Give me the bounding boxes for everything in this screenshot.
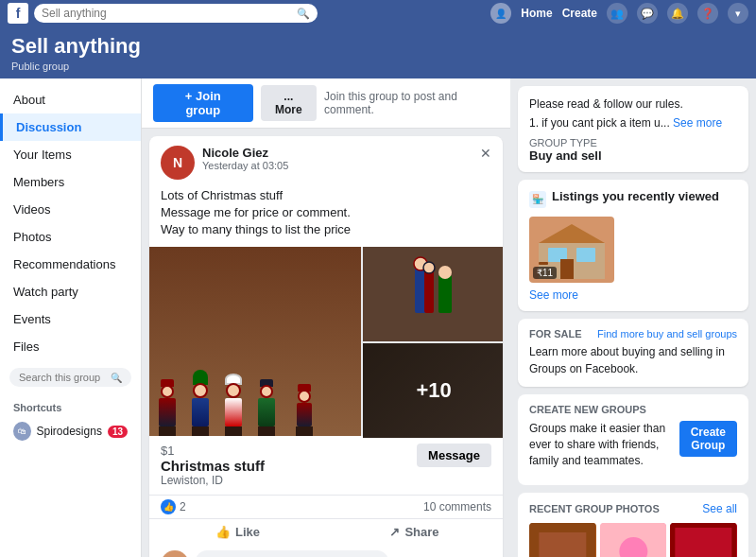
post-image-bottom-right[interactable]: +10 — [363, 343, 503, 438]
top-right-scene — [363, 247, 503, 341]
group-action-bar: + Join group ... More Join this group to… — [142, 78, 510, 129]
post-author-avatar[interactable]: N — [161, 146, 195, 180]
more-options-button[interactable]: ... More — [261, 85, 317, 121]
post-author-name[interactable]: Nicole Giez — [202, 146, 288, 160]
nav-create-link[interactable]: Create — [562, 7, 597, 20]
nutcracker-figure-5 — [296, 384, 313, 436]
recent-photos-header: RECENT GROUP PHOTOS See all — [529, 502, 737, 515]
more-photos-overlay[interactable]: +10 — [363, 343, 503, 438]
nutcracker-scene-bg — [149, 247, 361, 436]
svg-rect-9 — [576, 248, 595, 262]
create-group-title: CREATE NEW GROUPS — [529, 404, 737, 415]
sidebar-item-photos[interactable]: Photos — [0, 223, 141, 251]
comment-item-0: K Kim Reed Are these fairy houses? Like … — [149, 545, 503, 557]
comment-count[interactable]: 10 comments — [423, 500, 491, 513]
your-items-label: Your Items — [13, 148, 72, 162]
recent-photo-1[interactable] — [529, 523, 596, 557]
product-price: $1 — [161, 444, 265, 458]
for-sale-card: FOR SALE Find more buy and sell groups L… — [518, 319, 748, 387]
share-icon: ↗ — [389, 525, 400, 539]
buying-selling-info: Learn more about buying and selling in G… — [529, 343, 737, 377]
listings-see-more-link[interactable]: See more — [529, 288, 737, 302]
main-layout: About Discussion Your Items Members Vide… — [0, 78, 756, 557]
avatar-img: 👤 — [495, 9, 507, 19]
listings-thumbs: ₹11 — [529, 217, 737, 283]
photos-grid — [529, 523, 737, 557]
listings-card: 🏪 Listings you recently viewed ₹11 — [518, 180, 748, 311]
join-group-button[interactable]: + Join group — [153, 84, 253, 122]
post-close-icon[interactable]: ✕ — [480, 146, 491, 161]
page-title: Sell anything — [11, 34, 745, 59]
sidebar-item-files[interactable]: Files — [0, 333, 141, 360]
post-timestamp: Yesterday at 03:05 — [202, 160, 288, 171]
create-group-body: Groups make it easier than ever to share… — [529, 421, 737, 476]
like-button-label: Like — [235, 525, 260, 539]
message-seller-button[interactable]: Message — [417, 444, 491, 467]
photo3-svg — [670, 523, 737, 557]
chevron-down-icon[interactable]: ▾ — [728, 3, 748, 24]
post-text-line1: Lots of Christmas stuff — [161, 187, 491, 204]
sidebar-search-input[interactable] — [19, 372, 111, 383]
members-label: Members — [13, 175, 64, 189]
rule-text: 1. if you cant pick a item u... — [529, 116, 670, 130]
global-search-input[interactable] — [42, 7, 297, 20]
friends-icon[interactable]: 👥 — [607, 3, 627, 24]
create-group-button[interactable]: Create Group — [679, 421, 737, 457]
help-icon[interactable]: ❓ — [697, 3, 718, 24]
product-details: $1 Christmas stuff Lewiston, ID — [161, 444, 265, 487]
find-more-groups-link[interactable]: Find more buy and sell groups — [597, 328, 737, 339]
product-info-section: $1 Christmas stuff Lewiston, ID Message — [149, 436, 503, 495]
nutcracker-figure-2 — [192, 370, 209, 436]
for-sale-header: FOR SALE Find more buy and sell groups — [529, 328, 737, 339]
sidebar-item-watch-party[interactable]: Watch party — [0, 278, 141, 305]
nav-home-link[interactable]: Home — [521, 7, 552, 20]
post-text-line3: Way to many things to list the price — [161, 221, 491, 238]
sidebar-item-videos[interactable]: Videos — [0, 196, 141, 223]
about-label: About — [13, 93, 45, 107]
like-icon: 👍 — [161, 499, 176, 514]
recommendations-label: Recommendations — [13, 257, 115, 271]
photo2-svg — [600, 523, 667, 557]
recent-photos-card: RECENT GROUP PHOTOS See all — [518, 493, 748, 557]
sidebar-item-about[interactable]: About — [0, 86, 141, 113]
global-search-bar[interactable]: 🔍 — [34, 4, 318, 23]
center-feed: + Join group ... More Join this group to… — [142, 78, 510, 557]
recent-photo-2[interactable] — [600, 523, 667, 557]
like-button[interactable]: 👍 Like — [149, 519, 326, 545]
listing-thumbnail-house[interactable]: ₹11 — [529, 217, 614, 283]
search-icon: 🔍 — [297, 8, 310, 20]
sidebar-search-bar[interactable]: 🔍 — [9, 368, 131, 387]
rules-see-more-link[interactable]: See more — [673, 116, 722, 130]
sidebar-item-members[interactable]: Members — [0, 168, 141, 196]
videos-label: Videos — [13, 202, 51, 217]
facebook-logo: f — [8, 3, 28, 24]
post-text-body: Lots of Christmas stuff Message me for p… — [149, 185, 503, 247]
group-type-section: GROUP TYPE Buy and sell — [529, 137, 737, 163]
user-avatar[interactable]: 👤 — [490, 3, 511, 24]
nutcracker-figure-3 — [225, 374, 242, 436]
messenger-icon[interactable]: 💬 — [637, 3, 658, 24]
like-count-section: 👍 2 — [161, 499, 186, 514]
top-navigation: f 🔍 👤 Home Create 👥 💬 🔔 ❓ ▾ — [0, 0, 756, 26]
sidebar-search-icon: 🔍 — [111, 373, 122, 383]
like-count-value: 2 — [180, 500, 186, 513]
see-all-photos-link[interactable]: See all — [702, 502, 737, 515]
post-image-top-right[interactable] — [363, 247, 503, 341]
commenter-avatar-0[interactable]: K — [161, 550, 189, 557]
sidebar-item-recommendations[interactable]: Recommendations — [0, 251, 141, 278]
recent-photos-title: RECENT GROUP PHOTOS — [529, 503, 660, 514]
share-button[interactable]: ↗ Share — [326, 519, 503, 545]
sidebar-item-events[interactable]: Events — [0, 305, 141, 333]
shortcut-item-spirodesigns[interactable]: 🛍 Spirodesigns 13 — [0, 417, 141, 445]
recent-photo-3[interactable] — [670, 523, 737, 557]
post-image-main[interactable] — [149, 247, 361, 436]
right-sidebar: Please read & follow our rules. 1. if yo… — [510, 78, 756, 557]
notifications-icon[interactable]: 🔔 — [667, 3, 688, 24]
post-text-line2: Message me for price or comment. — [161, 204, 491, 221]
svg-rect-11 — [539, 262, 548, 265]
info-text-content: Learn more about buying and selling in G… — [529, 345, 725, 375]
nutcracker-figure-4 — [258, 379, 275, 436]
shortcuts-section-label: Shortcuts — [0, 394, 141, 417]
sidebar-item-your-items[interactable]: Your Items — [0, 141, 141, 168]
sidebar-item-discussion[interactable]: Discussion — [0, 113, 141, 141]
